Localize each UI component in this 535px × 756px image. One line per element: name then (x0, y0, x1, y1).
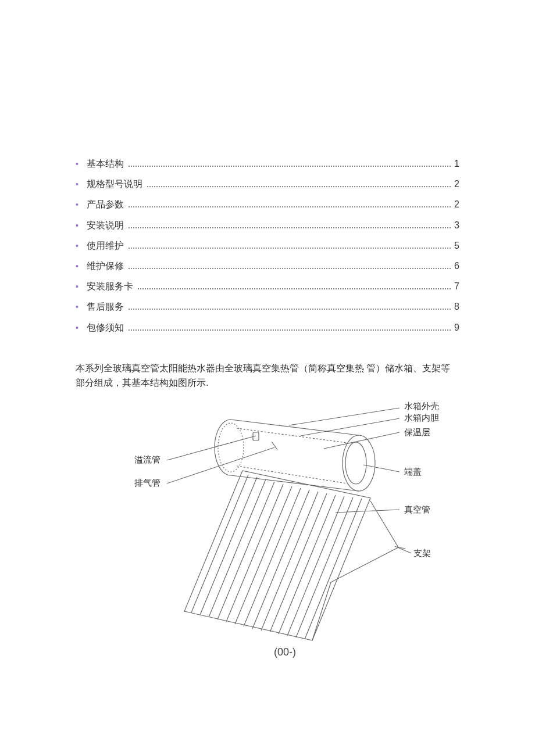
label-end-cap: 端盖 (404, 467, 422, 478)
toc-page: 7 (454, 278, 459, 294)
bullet-icon: • (76, 178, 79, 192)
toc-page: 8 (454, 299, 459, 314)
toc-page: 1 (454, 156, 459, 171)
figure-container: 水箱外壳 水箱内胆 保温层 端盖 真空管 支架 溢流管 排气管 (00-) (76, 396, 459, 658)
toc-item: • 安装服务卡 7 (76, 278, 459, 294)
toc-item: • 售后服务 8 (76, 299, 459, 314)
toc-label: 包修须知 (87, 320, 124, 335)
svg-line-11 (244, 488, 301, 626)
toc-label: 安装说明 (87, 217, 124, 233)
toc-item: • 基本结构 1 (76, 156, 459, 171)
toc-page: 2 (454, 176, 459, 192)
label-insulation: 保温层 (404, 427, 430, 438)
label-tank-liner: 水箱内胆 (404, 413, 439, 424)
svg-line-9 (226, 484, 283, 622)
svg-line-5 (191, 475, 248, 612)
svg-line-26 (167, 447, 274, 483)
svg-line-19 (289, 408, 400, 425)
svg-line-23 (336, 510, 400, 513)
toc-label: 售后服务 (87, 299, 124, 314)
svg-point-1 (218, 423, 244, 472)
toc-dots (129, 309, 451, 310)
toc-page: 5 (454, 238, 459, 253)
svg-line-17 (296, 497, 353, 637)
figure-caption: (00-) (110, 646, 459, 658)
diagram-svg (126, 396, 444, 646)
toc-item: • 包修须知 9 (76, 320, 459, 335)
toc-label: 使用维护 (87, 238, 124, 253)
toc-label: 规格型号说明 (87, 176, 142, 192)
toc-dots (147, 186, 451, 187)
svg-line-12 (252, 490, 309, 629)
toc-label: 安装服务卡 (87, 278, 133, 294)
svg-line-14 (270, 493, 327, 632)
toc-label: 基本结构 (87, 156, 124, 171)
svg-line-4 (272, 442, 277, 450)
label-vacuum-tube: 真空管 (404, 504, 430, 515)
bullet-icon: • (76, 280, 79, 294)
intro-paragraph: 本系列全玻璃真空管太阳能热水器由全玻璃真空集热管（简称真空集热 管）储水箱、支架… (76, 361, 459, 390)
bullet-icon: • (76, 321, 79, 335)
toc-dots (129, 206, 451, 207)
bullet-icon: • (76, 300, 79, 314)
label-overflow-pipe: 溢流管 (134, 454, 160, 465)
bullet-icon: • (76, 219, 79, 233)
page: • 基本结构 1 • 规格型号说明 2 • 产品参数 2 • 安装说明 3 • … (0, 0, 535, 705)
toc-dots (129, 268, 451, 269)
bullet-icon: • (76, 239, 79, 253)
svg-line-24 (395, 546, 411, 553)
toc-label: 产品参数 (87, 196, 124, 212)
toc-item: • 规格型号说明 2 (76, 176, 459, 192)
toc-page: 2 (454, 196, 459, 212)
bullet-icon: • (76, 157, 79, 171)
svg-line-18 (305, 499, 362, 639)
toc-page: 6 (454, 258, 459, 274)
structure-diagram: 水箱外壳 水箱内胆 保温层 端盖 真空管 支架 溢流管 排气管 (126, 396, 444, 646)
toc-dots (129, 166, 451, 167)
toc-item: • 安装说明 3 (76, 217, 459, 233)
toc-dots (129, 329, 451, 331)
toc-label: 维护保修 (87, 258, 124, 274)
svg-line-13 (261, 492, 318, 630)
toc-page: 3 (454, 217, 459, 233)
toc-dots (138, 288, 451, 289)
svg-line-6 (200, 477, 257, 615)
svg-line-15 (279, 495, 336, 634)
bullet-icon: • (76, 260, 79, 274)
svg-point-2 (345, 442, 366, 484)
toc-page: 9 (454, 320, 459, 335)
toc-item: • 维护保修 6 (76, 258, 459, 274)
svg-line-7 (209, 479, 266, 617)
label-exhaust-pipe: 排气管 (134, 478, 160, 489)
toc-dots (129, 227, 451, 228)
svg-line-10 (235, 486, 292, 624)
toc-item: • 产品参数 2 (76, 196, 459, 212)
label-bracket: 支架 (413, 548, 431, 559)
svg-line-22 (363, 465, 400, 472)
svg-line-16 (287, 496, 344, 636)
toc-dots (129, 248, 451, 249)
label-tank-shell: 水箱外壳 (404, 401, 439, 412)
svg-line-8 (217, 482, 274, 619)
toc-item: • 使用维护 5 (76, 238, 459, 253)
bullet-icon: • (76, 198, 79, 212)
table-of-contents: • 基本结构 1 • 规格型号说明 2 • 产品参数 2 • 安装说明 3 • … (76, 156, 459, 335)
